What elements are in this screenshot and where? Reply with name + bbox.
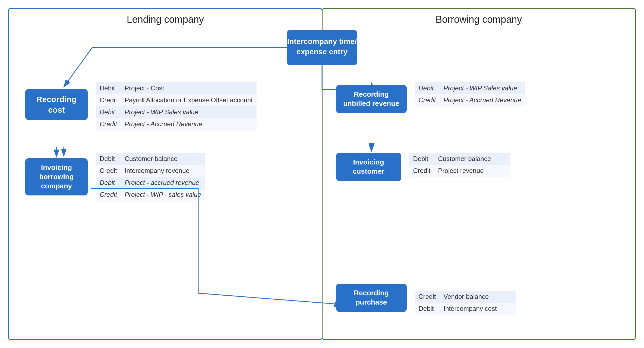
entry-type: Debit [415,82,440,94]
table-row: Debit Customer balance [96,153,205,165]
table-row: Credit Project revenue [409,165,510,177]
entry-type: Debit [96,177,121,189]
entry-type: Debit [96,153,121,165]
recording-unbilled-node: Recording unbilled revenue [336,85,407,113]
main-container: Lending company Recording cost Debit Pro… [0,0,644,348]
entry-desc: Payroll Allocation or Expense Offset acc… [121,94,257,106]
table-row: Credit Project - Accrued Revenue [96,118,257,130]
borrowing-panel: Borrowing company Recording unbilled rev… [322,8,636,340]
entry-type: Credit [96,118,121,130]
entry-desc: Project - WIP Sales value [440,82,525,94]
entry-type: Debit [96,106,121,118]
entry-type: Debit [415,303,440,315]
entry-type: Credit [96,94,121,106]
recording-unbilled-table: Debit Project - WIP Sales value Credit P… [415,82,525,106]
table-row: Credit Project - WIP - sales value [96,189,205,201]
entry-desc: Customer balance [121,153,205,165]
recording-purchase-node: Recording purchase [336,284,407,312]
recording-cost-node: Recording cost [25,89,88,120]
table-row: Debit Intercompany cost [415,303,516,315]
table-row: Credit Vendor balance [415,291,516,303]
invoicing-borrowing-table: Debit Customer balance Credit Intercompa… [96,153,205,201]
entry-type: Credit [409,165,434,177]
entry-type: Credit [96,165,121,177]
entry-desc: Project - Accrued Revenue [440,94,525,106]
table-row: Credit Project - Accrued Revenue [415,94,525,106]
lending-panel: Lending company Recording cost Debit Pro… [8,8,323,340]
entry-desc: Intercompany cost [440,303,516,315]
entry-type: Debit [96,82,121,94]
entry-desc: Project - accrued revenue [121,177,205,189]
entry-desc: Project - Cost [121,82,257,94]
entry-desc: Intercompany revenue [121,165,205,177]
table-row: Credit Payroll Allocation or Expense Off… [96,94,257,106]
table-row: Debit Project - WIP Sales value [96,106,257,118]
recording-cost-table: Debit Project - Cost Credit Payroll Allo… [96,82,257,130]
invoicing-borrowing-node: Invoicing borrowing company [25,158,88,195]
table-row: Credit Intercompany revenue [96,165,205,177]
entry-desc: Customer balance [434,153,510,165]
table-row: Debit Project - WIP Sales value [415,82,525,94]
panels-wrapper: Lending company Recording cost Debit Pro… [8,8,636,340]
entry-type: Credit [415,94,440,106]
entry-desc: Project revenue [434,165,510,177]
entry-type: Credit [415,291,440,303]
invoicing-customer-node: Invoicing customer [336,153,401,181]
table-row: Debit Project - accrued revenue [96,177,205,189]
entry-desc: Project - Accrued Revenue [121,118,257,130]
recording-purchase-table: Credit Vendor balance Debit Intercompany… [415,291,516,315]
entry-type: Credit [96,189,121,201]
table-row: Debit Project - Cost [96,82,257,94]
lending-title: Lending company [9,9,322,25]
entry-type: Debit [409,153,434,165]
table-row: Debit Customer balance [409,153,510,165]
borrowing-title: Borrowing company [323,9,635,25]
entry-desc: Project - WIP Sales value [121,106,257,118]
invoicing-customer-table: Debit Customer balance Credit Project re… [409,153,510,177]
entry-desc: Vendor balance [440,291,516,303]
entry-desc: Project - WIP - sales value [121,189,205,201]
